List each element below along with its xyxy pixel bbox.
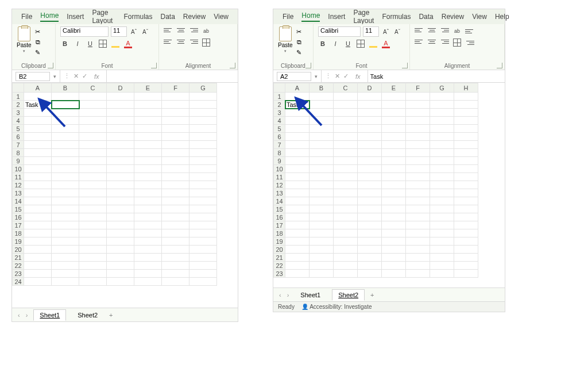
- cell-A16[interactable]: [285, 213, 310, 221]
- cell-B18[interactable]: [310, 229, 334, 237]
- cell-B6[interactable]: [52, 133, 79, 141]
- merge-button[interactable]: [202, 38, 211, 47]
- cell-H20[interactable]: [454, 246, 478, 254]
- cell-H19[interactable]: [454, 237, 478, 246]
- col-header[interactable]: E: [134, 83, 162, 93]
- cell-A14[interactable]: [24, 197, 52, 205]
- col-header[interactable]: G: [430, 83, 454, 93]
- row-header[interactable]: 3: [274, 109, 285, 117]
- row-header[interactable]: 23: [13, 270, 24, 278]
- cell-E4[interactable]: [134, 117, 162, 125]
- cell-A15[interactable]: [285, 205, 310, 213]
- cell-E6[interactable]: [134, 133, 162, 141]
- menu-view[interactable]: View: [214, 13, 229, 21]
- cell-C16[interactable]: [334, 213, 358, 221]
- cell-F11[interactable]: [406, 173, 430, 181]
- cell-F9[interactable]: [162, 157, 189, 165]
- row-header[interactable]: 17: [274, 221, 285, 229]
- align-bottom-button[interactable]: [189, 26, 198, 33]
- cell-G11[interactable]: [430, 173, 454, 181]
- cell-E20[interactable]: [382, 246, 406, 254]
- cell-B8[interactable]: [52, 149, 79, 157]
- cell-E9[interactable]: [382, 157, 406, 165]
- name-box[interactable]: B2: [16, 72, 50, 81]
- cell-E16[interactable]: [382, 213, 406, 221]
- indent-inc-button[interactable]: [465, 38, 474, 47]
- cell-A11[interactable]: [24, 173, 52, 181]
- cell-E14[interactable]: [134, 197, 162, 205]
- cell-D17[interactable]: [358, 221, 382, 229]
- accessibility-status[interactable]: 👤 Accessibility: Investigate: [301, 304, 372, 310]
- cell-C17[interactable]: [334, 221, 358, 229]
- cell-C17[interactable]: [79, 221, 107, 229]
- cell-E5[interactable]: [134, 125, 162, 133]
- cell-A12[interactable]: [285, 181, 310, 189]
- cell-H8[interactable]: [454, 149, 478, 157]
- cell-A18[interactable]: [285, 229, 310, 237]
- cell-G2[interactable]: [430, 101, 454, 109]
- cell-D8[interactable]: [107, 149, 134, 157]
- cell-E17[interactable]: [382, 221, 406, 229]
- menu-formulas[interactable]: Formulas: [123, 13, 152, 21]
- more-icon[interactable]: ⋮: [325, 72, 331, 80]
- cell-G18[interactable]: [430, 229, 454, 237]
- cell-E10[interactable]: [382, 165, 406, 173]
- cell-A2[interactable]: Task: [285, 101, 310, 109]
- name-box[interactable]: A2: [277, 72, 311, 81]
- cell-B7[interactable]: [310, 141, 334, 149]
- cell-B19[interactable]: [52, 237, 79, 246]
- cell-B3[interactable]: [52, 109, 79, 117]
- cell-D21[interactable]: [107, 254, 134, 262]
- cell-B1[interactable]: [52, 93, 79, 101]
- cell-G22[interactable]: [430, 262, 454, 270]
- cell-C15[interactable]: [79, 205, 107, 213]
- cell-B15[interactable]: [52, 205, 79, 213]
- cell-G14[interactable]: [189, 197, 217, 205]
- cell-C16[interactable]: [79, 213, 107, 221]
- dialog-launcher-icon[interactable]: [48, 63, 53, 68]
- fill-color-button[interactable]: [369, 39, 378, 48]
- cell-A8[interactable]: [24, 149, 52, 157]
- menu-review[interactable]: Review: [442, 13, 464, 21]
- font-name-select[interactable]: Calibri: [318, 26, 361, 37]
- cell-E3[interactable]: [382, 109, 406, 117]
- copy-button[interactable]: ⧉: [295, 38, 303, 46]
- cell-A22[interactable]: [24, 262, 52, 270]
- cell-F16[interactable]: [162, 213, 189, 221]
- cell-F3[interactable]: [406, 109, 430, 117]
- cell-D3[interactable]: [107, 109, 134, 117]
- cell-F24[interactable]: [162, 278, 189, 286]
- worksheet-grid[interactable]: ABCDEFGH12Task34567891011121314151617181…: [273, 83, 505, 288]
- cell-F13[interactable]: [406, 189, 430, 197]
- italic-button[interactable]: I: [331, 39, 340, 48]
- cell-G10[interactable]: [189, 165, 217, 173]
- cell-D23[interactable]: [107, 270, 134, 278]
- cell-G16[interactable]: [189, 213, 217, 221]
- col-header[interactable]: G: [189, 83, 217, 93]
- cell-B22[interactable]: [52, 262, 79, 270]
- align-right-button[interactable]: [189, 38, 198, 45]
- row-header[interactable]: 10: [274, 165, 285, 173]
- cell-F10[interactable]: [162, 165, 189, 173]
- enter-icon[interactable]: ✓: [82, 72, 87, 80]
- cell-B9[interactable]: [52, 157, 79, 165]
- col-header[interactable]: F: [162, 83, 189, 93]
- cell-F17[interactable]: [406, 221, 430, 229]
- col-header[interactable]: H: [454, 83, 478, 93]
- cell-D8[interactable]: [358, 149, 382, 157]
- row-header[interactable]: 22: [274, 262, 285, 270]
- cell-E22[interactable]: [134, 262, 162, 270]
- cell-B17[interactable]: [52, 221, 79, 229]
- cell-C18[interactable]: [79, 229, 107, 237]
- cell-G24[interactable]: [189, 278, 217, 286]
- cancel-icon[interactable]: ✕: [335, 72, 340, 80]
- cell-D20[interactable]: [358, 246, 382, 254]
- cell-B19[interactable]: [310, 237, 334, 246]
- col-header[interactable]: A: [24, 83, 52, 93]
- cell-B3[interactable]: [310, 109, 334, 117]
- col-header[interactable]: F: [406, 83, 430, 93]
- cell-F7[interactable]: [162, 141, 189, 149]
- cell-A14[interactable]: [285, 197, 310, 205]
- cell-C8[interactable]: [79, 149, 107, 157]
- cell-E3[interactable]: [134, 109, 162, 117]
